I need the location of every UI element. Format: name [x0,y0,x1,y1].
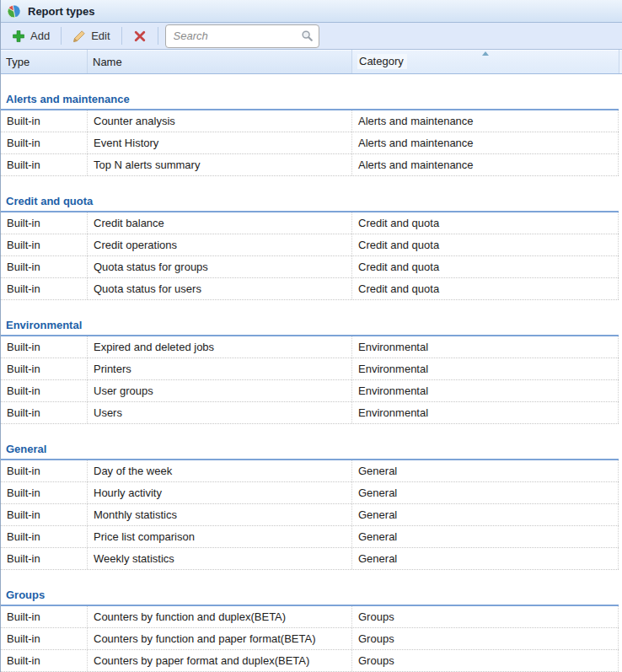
cell-name: Hourly activity [88,482,352,503]
cell-type: Built-in [1,606,88,627]
cell-name: Weekly statistics [88,548,352,569]
cell-name: Credit operations [88,234,352,255]
cell-category: Environmental [352,358,619,379]
cell-category: General [352,504,619,525]
group-header[interactable]: Alerts and maintenance [1,89,619,110]
table-row[interactable]: Built-inCredit operationsCredit and quot… [1,234,619,256]
toolbar: Add Edit [1,23,622,50]
cell-category: Alerts and maintenance [352,132,619,153]
cell-category: Environmental [352,336,619,358]
search-box [165,24,319,48]
cell-type: Built-in [1,154,88,175]
cell-category: General [352,526,619,547]
column-header-name[interactable]: Name [88,50,352,73]
cell-category: Alerts and maintenance [352,154,619,175]
toolbar-separator [158,27,158,45]
cell-type: Built-in [1,212,88,234]
add-button[interactable]: Add [6,27,56,46]
window-title: Report types [28,5,94,18]
edit-button-label: Edit [91,30,110,42]
cell-type: Built-in [1,380,88,401]
group-header[interactable]: Credit and quota [1,191,619,212]
delete-x-icon [133,30,147,43]
table-row[interactable]: Built-inTop N alerts summaryAlerts and m… [1,154,619,176]
delete-button[interactable] [127,27,153,46]
edit-pencil-icon [72,30,86,43]
column-header-name-label: Name [93,56,122,68]
cell-type: Built-in [1,482,88,503]
table-row[interactable]: Built-inMonthly statisticsGeneral [1,504,619,526]
cell-name: Users [88,402,352,423]
cell-category: Credit and quota [352,234,619,255]
table-header: Type Name Category [1,50,622,74]
cell-name: Top N alerts summary [88,154,352,175]
cell-category: Groups [352,606,619,627]
table-row[interactable]: Built-inPrice list comparisonGeneral [1,526,619,548]
cell-name: Printers [88,358,352,379]
table-row[interactable]: Built-inWeekly statisticsGeneral [1,548,619,570]
cell-category: General [352,548,619,569]
cell-type: Built-in [1,504,88,525]
add-plus-icon [12,30,25,43]
group-header[interactable]: General [1,439,619,460]
cell-name: Counters by paper format and duplex(BETA… [88,650,352,671]
column-header-category-label: Category [357,54,407,69]
cell-name: Quota status for groups [88,256,352,277]
pie-chart-icon [7,4,21,19]
titlebar: Report types [1,0,622,23]
table-row[interactable]: Built-inCounter analysisAlerts and maint… [1,110,619,132]
cell-type: Built-in [1,132,88,153]
cell-name: Counters by function and paper format(BE… [88,628,352,649]
cell-category: Groups [352,650,619,671]
cell-type: Built-in [1,278,88,299]
cell-type: Built-in [1,526,88,547]
cell-name: Quota status for users [88,278,352,299]
toolbar-separator [121,27,122,45]
table-row[interactable]: Built-inCounters by paper format and dup… [1,650,619,672]
cell-type: Built-in [1,460,88,481]
table-row[interactable]: Built-inUsersEnvironmental [1,402,619,424]
group-header[interactable]: Environmental [1,315,619,336]
column-header-type[interactable]: Type [1,50,88,73]
add-button-label: Add [30,30,50,42]
cell-name: Price list comparison [88,526,352,547]
cell-name: Counters by function and duplex(BETA) [88,606,352,627]
column-header-category[interactable]: Category [352,50,619,73]
table-row[interactable]: Built-inHourly activityGeneral [1,482,619,504]
cell-category: Credit and quota [352,212,619,234]
group-header[interactable]: Groups [1,585,619,606]
search-input[interactable] [174,30,301,42]
table-row[interactable]: Built-inExpired and deleted jobsEnvironm… [1,336,619,358]
cell-name: Expired and deleted jobs [88,336,352,358]
table-row[interactable]: Built-inPrintersEnvironmental [1,358,619,380]
cell-name: User groups [88,380,352,401]
table-row[interactable]: Built-inQuota status for groupsCredit an… [1,256,619,278]
cell-category: Alerts and maintenance [352,110,619,132]
table-row[interactable]: Built-inCredit balanceCredit and quota [1,212,619,234]
cell-category: Credit and quota [352,278,619,299]
edit-button[interactable]: Edit [67,27,115,46]
cell-type: Built-in [1,650,88,671]
table-row[interactable]: Built-inDay of the weekGeneral [1,460,619,482]
cell-type: Built-in [1,336,88,358]
cell-category: General [352,482,619,503]
cell-type: Built-in [1,110,88,132]
toolbar-separator [61,27,62,45]
cell-type: Built-in [1,402,88,423]
magnifier-icon[interactable] [301,30,314,42]
cell-type: Built-in [1,628,88,649]
cell-category: Environmental [352,402,619,423]
cell-name: Day of the week [88,460,352,481]
table-row[interactable]: Built-inQuota status for usersCredit and… [1,278,619,300]
table-row[interactable]: Built-inUser groupsEnvironmental [1,380,619,402]
cell-type: Built-in [1,358,88,379]
cell-name: Counter analysis [88,110,352,132]
table-row[interactable]: Built-inCounters by function and duplex(… [1,606,619,628]
sort-ascending-icon [482,51,489,56]
cell-category: Groups [352,628,619,649]
cell-name: Monthly statistics [88,504,352,525]
cell-type: Built-in [1,548,88,569]
table-row[interactable]: Built-inEvent HistoryAlerts and maintena… [1,132,619,154]
table-row[interactable]: Built-inCounters by function and paper f… [1,628,619,650]
cell-category: Environmental [352,380,619,401]
